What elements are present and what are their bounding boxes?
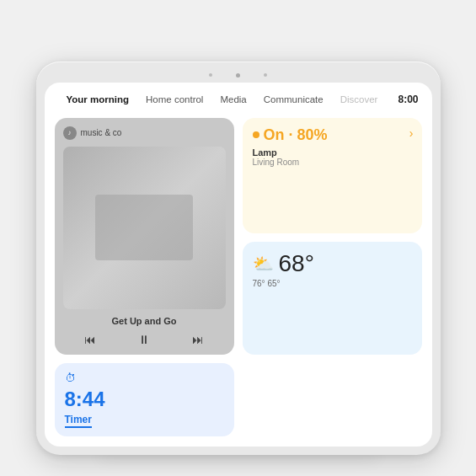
clock-time: 8:00 [398, 94, 418, 105]
timer-header: ⏱ [65, 372, 224, 384]
play-pause-button[interactable]: ⏸ [138, 333, 150, 346]
lamp-name: Lamp [253, 147, 412, 158]
prev-button[interactable]: ⏮ [84, 333, 96, 346]
weather-card[interactable]: ⛅ 68° 76° 65° [243, 242, 422, 355]
nav-item-discover[interactable]: Discover [332, 91, 387, 108]
device-body: Your morning Home control Media Communic… [36, 62, 441, 455]
album-art [63, 147, 226, 309]
timer-icon: ⏱ [65, 372, 76, 384]
nav-item-communicate[interactable]: Communicate [255, 91, 332, 108]
lamp-card[interactable]: On · 80% Lamp Living Room › [243, 118, 422, 233]
timer-time: 8:44 [65, 388, 224, 411]
music-service-icon: ♪ [63, 126, 77, 140]
timer-card[interactable]: ⏱ 8:44 Timer [55, 363, 234, 436]
weather-range: 76° 65° [253, 279, 412, 288]
camera-bar [45, 70, 432, 83]
music-card[interactable]: ♪ music & co Get Up and Go ⏮ ⏸ ⏭ [55, 118, 234, 355]
camera [236, 73, 240, 78]
nav-bar: Your morning Home control Media Communic… [45, 83, 432, 113]
lamp-indicator [253, 131, 259, 138]
nav-item-home[interactable]: Home control [137, 91, 211, 108]
nav-item-morning[interactable]: Your morning [58, 91, 138, 108]
lamp-on-text: On · 80% [264, 126, 328, 144]
timer-label[interactable]: Timer [65, 414, 92, 428]
google-nest-hub: Your morning Home control Media Communic… [36, 62, 441, 415]
weather-temperature: 68° [279, 250, 314, 277]
music-header: ♪ music & co [63, 126, 226, 140]
mic-left [209, 73, 212, 77]
music-service-name: music & co [81, 128, 122, 137]
nav-item-media[interactable]: Media [211, 91, 254, 108]
weather-top: ⛅ 68° [253, 250, 412, 277]
lamp-arrow-icon: › [409, 126, 414, 140]
lamp-room: Living Room [253, 158, 412, 167]
screen: Your morning Home control Media Communic… [45, 83, 432, 447]
music-controls: ⏮ ⏸ ⏭ [63, 333, 226, 346]
weather-icon: ⛅ [253, 254, 274, 274]
mic-right [264, 73, 267, 77]
content-grid: ♪ music & co Get Up and Go ⏮ ⏸ ⏭ O [45, 113, 432, 447]
track-title: Get Up and Go [63, 316, 226, 326]
next-button[interactable]: ⏭ [192, 333, 204, 346]
lamp-status: On · 80% [253, 126, 412, 144]
